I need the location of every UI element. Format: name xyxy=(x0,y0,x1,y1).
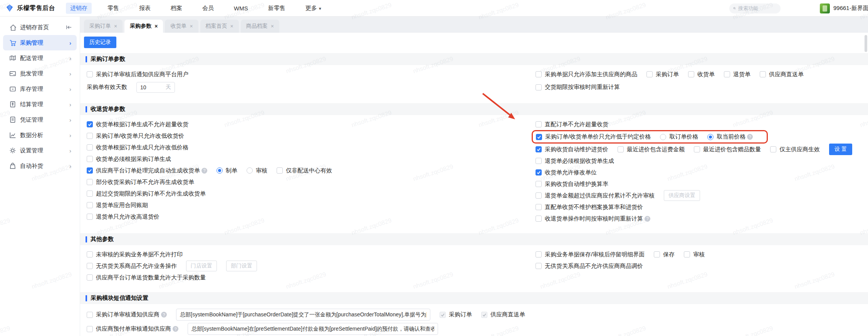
tab-active[interactable]: 采购参数× xyxy=(124,20,163,33)
topnav-item[interactable]: 会员 xyxy=(198,3,218,14)
scrollbar-thumb[interactable] xyxy=(865,35,867,52)
checkbox-item[interactable]: 收退货单操作时间按审核时间重新计算? xyxy=(536,215,650,222)
checkbox-item[interactable]: 无供货关系商品不允许业务操作 xyxy=(87,262,177,270)
checkbox-item[interactable]: 收货单根据订单生成不允许超量收货 xyxy=(87,121,188,128)
settings-button[interactable]: 设 置 xyxy=(829,144,852,155)
radio-item[interactable]: 审核 xyxy=(247,167,267,174)
tab-item[interactable]: 收货单× xyxy=(165,20,198,33)
tab-close-icon[interactable]: × xyxy=(271,23,274,29)
user-name[interactable]: 99661-新界面 xyxy=(833,5,868,12)
checkbox-item[interactable]: 采购收货自动维护换算率 xyxy=(536,181,608,188)
checkbox-item[interactable]: 退货单必须根据收货单生成 xyxy=(536,157,614,165)
help-icon[interactable]: ? xyxy=(645,216,650,222)
sidebar-item[interactable]: 结算管理› xyxy=(3,97,77,112)
checkbox-item[interactable]: 供应商平台订单送货数量允许大于采购数量 xyxy=(87,274,206,281)
validity-days-input[interactable]: 10天 xyxy=(136,82,175,93)
checkbox-item[interactable]: 退货单只允许改高退货价 xyxy=(87,213,159,221)
checkbox-item[interactable]: 采购订单 xyxy=(646,71,679,78)
sidebar-item[interactable]: 自动补货› xyxy=(3,158,77,174)
tab-close-icon[interactable]: × xyxy=(154,23,158,29)
checkbox-item[interactable]: 直配订单不允许超量收货 xyxy=(536,121,608,128)
checkbox-item[interactable]: 无供货关系商品不允许供应商商品调价 xyxy=(536,262,643,270)
help-icon[interactable]: ? xyxy=(201,168,207,174)
checkbox-item[interactable]: 退货单 xyxy=(724,71,750,78)
sidebar-item[interactable]: 进销存首页 xyxy=(3,20,77,35)
help-icon[interactable]: ? xyxy=(747,134,753,140)
topnav-item[interactable]: 进销存 xyxy=(66,3,92,14)
history-button[interactable]: 历史记录 xyxy=(84,37,116,48)
user-avatar[interactable] xyxy=(820,3,830,13)
checkbox-item[interactable]: 收货单允许修改单位 xyxy=(536,169,597,176)
checkbox-item[interactable]: 保存 xyxy=(654,251,675,258)
supplier-settings-button[interactable]: 供应商设置 xyxy=(664,190,700,201)
checkbox-item[interactable]: 最近进价包含赠品数量 xyxy=(694,146,761,153)
tab-close-icon[interactable]: × xyxy=(190,23,193,29)
checkbox-item[interactable]: 仅主供应商生效 xyxy=(770,146,820,153)
checkbox-item[interactable]: 供应商预付单审核通知供应商? xyxy=(87,325,178,333)
checkbox-item[interactable]: 采购订单 xyxy=(440,311,472,318)
sidebar-item[interactable]: 采购管理› xyxy=(3,35,77,50)
checkbox-item[interactable]: 收货单根据订单生成只允许改低价格 xyxy=(87,144,188,151)
tab-close-icon[interactable]: × xyxy=(114,23,117,29)
sidebar-item[interactable]: 库存管理› xyxy=(3,81,77,97)
checkbox-item[interactable]: 采购订单/收货单只允许改低收货价 xyxy=(87,132,184,140)
checkbox-item[interactable]: 直配单收货不维护档案换算率和进货价 xyxy=(536,204,643,211)
help-icon[interactable]: ? xyxy=(161,312,167,318)
checkbox-item[interactable]: 仅非配送中心有效 xyxy=(277,167,332,174)
search-box[interactable] xyxy=(729,3,781,13)
sidebar-item[interactable]: 批发管理› xyxy=(3,66,77,81)
checkbox-item[interactable]: 采购订单/收货单单价只允许低于约定价格 xyxy=(536,133,651,140)
checkbox-item[interactable]: 收货单 xyxy=(688,71,715,78)
sidebar-item[interactable]: 设置管理› xyxy=(3,143,77,158)
checkbox-item[interactable]: 采购单据只允许添加主供应商的商品 xyxy=(536,71,637,78)
checkbox-item[interactable]: 退货单应用合同账期 xyxy=(87,202,148,209)
checkbox-item[interactable]: 超过交货期限的采购订单不允许生成收货单 xyxy=(87,190,206,197)
checkbox-item[interactable]: 供应商直送单 xyxy=(481,311,525,318)
checkbox-item[interactable]: 未审核的采购业务单据不允许打印 xyxy=(87,251,183,258)
checkbox-label: 最近进价包含运费金额 xyxy=(627,146,685,153)
checkbox-item[interactable]: 采购订单审核后通知供应商平台用户 xyxy=(87,71,188,78)
checkbox-item[interactable]: 采购业务单据保存/审核后停留明细界面 xyxy=(536,251,645,258)
checkbox-item[interactable]: 最近进价包含运费金额 xyxy=(618,146,685,153)
param-row: 采购收货自动维护进货价最近进价包含运费金额最近进价包含赠品数量仅主供应商生效设 … xyxy=(536,144,868,155)
topnav-item[interactable]: 新零售 xyxy=(264,3,290,14)
tab-item[interactable]: 采购订单× xyxy=(84,20,123,33)
checkbox-label: 供应商预付单审核通知供应商? xyxy=(96,325,178,333)
collapse-sidebar-icon[interactable] xyxy=(65,25,72,30)
sidebar-item-label: 结算管理 xyxy=(20,101,69,108)
sms-template-prepay-input[interactable]: 总部[systemBookName]在[preSettlementDate]付款… xyxy=(188,323,438,335)
checkbox-label: 无供货关系商品不允许供应商商品调价 xyxy=(545,262,643,270)
checkbox-item[interactable]: 供应商平台订单处理完成自动生成收货单? xyxy=(87,167,207,174)
sidebar-item[interactable]: 配送管理› xyxy=(3,50,77,66)
sidebar-item[interactable]: 数据分析› xyxy=(3,127,77,143)
checkbox-item[interactable]: 部分收货采购订单不允许再生成收货单 xyxy=(87,179,194,186)
topnav-item[interactable]: 更多▼ xyxy=(301,3,326,14)
sidebar-item[interactable]: 凭证管理› xyxy=(3,112,77,127)
tab-item[interactable]: 商品档案× xyxy=(241,20,279,33)
topnav-item[interactable]: 档案 xyxy=(166,3,186,14)
radio-item[interactable]: 制单 xyxy=(217,167,237,174)
topnav-item[interactable]: WMS xyxy=(230,3,252,13)
checkbox-item[interactable]: 采购订单审核通知供应商? xyxy=(87,311,167,318)
store-settings-button[interactable]: 门店设置 xyxy=(186,261,217,271)
help-icon[interactable]: ? xyxy=(173,326,178,332)
radio-item[interactable]: 取当前价格? xyxy=(707,133,753,140)
checkbox-item[interactable]: 供应商直送单 xyxy=(760,71,804,78)
checkbox-item[interactable]: 收货单必须根据采购订单生成 xyxy=(87,155,171,163)
tab-item[interactable]: 档案首页× xyxy=(200,20,239,33)
search-input[interactable] xyxy=(738,5,777,11)
sms-template-order-input[interactable]: 总部[systemBookName]于[purchaseOrderDate]提交… xyxy=(176,309,430,321)
radio-item[interactable]: 取订单价格 xyxy=(660,133,698,140)
checkbox-item[interactable]: 退货单金额超过供应商应付累计不允许审核 xyxy=(536,192,655,199)
param-row: 供应商平台订单处理完成自动生成收货单?制单审核仅非配送中心有效 xyxy=(87,165,536,176)
topnav-item[interactable]: 零售 xyxy=(103,3,123,14)
sidebar-item-label: 批发管理 xyxy=(20,70,69,77)
topnav-item[interactable]: 报表 xyxy=(135,3,155,14)
checkbox-item[interactable]: 交货期限按审核时间重新计算 xyxy=(536,84,620,91)
checkbox-icon xyxy=(87,251,93,257)
checkbox-item[interactable]: 审核 xyxy=(684,251,705,258)
tab-close-icon[interactable]: × xyxy=(230,23,233,29)
section-body: 未审核的采购业务单据不允许打印无供货关系商品不允许业务操作门店设置部门设置供应商… xyxy=(80,245,868,287)
checkbox-item[interactable]: 采购收货自动维护进货价 xyxy=(536,146,608,153)
department-settings-button[interactable]: 部门设置 xyxy=(226,261,257,271)
